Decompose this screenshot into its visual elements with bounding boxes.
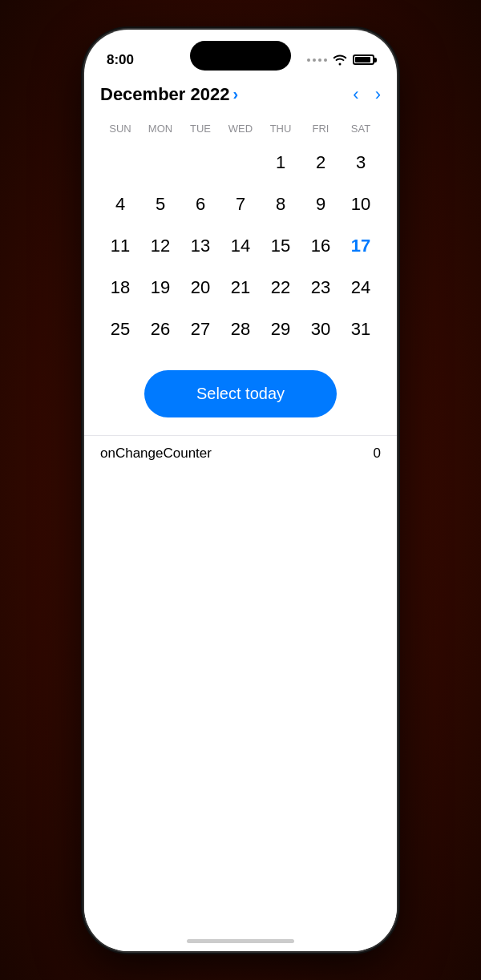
counter-row: onChangeCounter 0 [84,435,397,471]
day-name-mon: MON [140,119,180,138]
calendar-empty [180,144,220,181]
calendar-empty [220,144,261,181]
day-name-thu: THU [261,119,301,138]
calendar-day-14[interactable]: 14 [220,228,261,264]
day-name-wed: WED [220,119,261,138]
main-content: December 2022 › ‹ › SUN MON TUE WED THU … [84,76,397,951]
calendar-day-28[interactable]: 28 [220,311,261,348]
calendar-empty [140,144,180,181]
calendar-day-13[interactable]: 13 [180,228,220,264]
calendar-day-20[interactable]: 20 [180,269,220,306]
calendar-day-31[interactable]: 31 [341,311,381,348]
day-name-fri: FRI [301,119,341,138]
calendar-day-15[interactable]: 15 [261,228,301,264]
dynamic-island [190,41,291,71]
next-month-button[interactable]: › [375,86,381,103]
counter-value: 0 [374,446,381,462]
calendar-day-8[interactable]: 8 [261,186,301,223]
phone-frame: 8:00 December 2022 [84,30,397,951]
calendar-day-16[interactable]: 16 [301,228,341,264]
calendar-day-9[interactable]: 9 [301,186,341,223]
calendar-day-22[interactable]: 22 [261,269,301,306]
calendar-day-7[interactable]: 7 [220,186,261,223]
calendar-day-12[interactable]: 12 [140,228,180,264]
home-indicator [187,939,294,943]
prev-month-button[interactable]: ‹ [353,86,358,103]
day-name-tue: TUE [180,119,220,138]
day-name-sun: SUN [100,119,140,138]
status-icons [307,54,374,66]
month-title[interactable]: December 2022 › [100,84,238,105]
calendar-day-21[interactable]: 21 [220,269,261,306]
calendar-day-3[interactable]: 3 [341,144,381,181]
calendar-day-2[interactable]: 2 [301,144,341,181]
month-title-text: December 2022 [100,84,229,105]
calendar-day-25[interactable]: 25 [100,311,140,348]
calendar-day-23[interactable]: 23 [301,269,341,306]
calendar-day-19[interactable]: 19 [140,269,180,306]
nav-buttons: ‹ › [353,86,381,103]
calendar-empty [100,144,140,181]
calendar-day-1[interactable]: 1 [261,144,301,181]
calendar-header: December 2022 › ‹ › [100,84,381,105]
calendar-day-30[interactable]: 30 [301,311,341,348]
calendar-day-5[interactable]: 5 [140,186,180,223]
calendar-day-18[interactable]: 18 [100,269,140,306]
counter-label: onChangeCounter [100,446,212,462]
calendar-day-17[interactable]: 17 [341,228,381,264]
calendar-day-27[interactable]: 27 [180,311,220,348]
calendar-container: December 2022 › ‹ › SUN MON TUE WED THU … [84,76,397,348]
status-time: 8:00 [107,52,134,68]
signal-icon [307,58,327,62]
calendar-day-10[interactable]: 10 [341,186,381,223]
calendar-day-11[interactable]: 11 [100,228,140,264]
battery-icon [353,54,374,65]
calendar-day-4[interactable]: 4 [100,186,140,223]
calendar-day-24[interactable]: 24 [341,269,381,306]
calendar-day-29[interactable]: 29 [261,311,301,348]
day-names-row: SUN MON TUE WED THU FRI SAT [100,119,381,138]
wifi-icon [333,54,347,66]
calendar-day-26[interactable]: 26 [140,311,180,348]
select-today-button[interactable]: Select today [144,370,337,417]
calendar-day-6[interactable]: 6 [180,186,220,223]
day-name-sat: SAT [341,119,381,138]
month-expand-icon: › [232,85,238,103]
calendar-grid: 1234567891011121314151617181920212223242… [100,144,381,348]
